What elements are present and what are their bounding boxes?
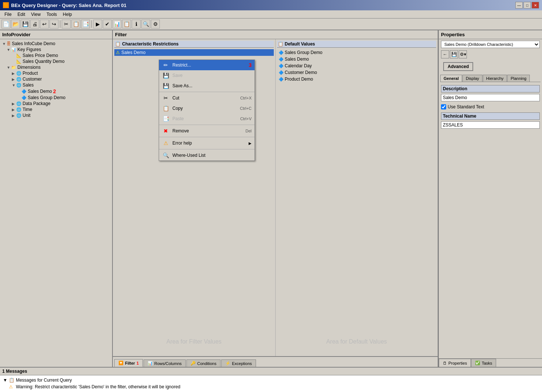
prop-save-btn[interactable]: 💾: [450, 50, 458, 58]
use-standard-text-checkbox[interactable]: [441, 104, 446, 109]
tree-time[interactable]: ▶ 🌐 Time: [1, 107, 111, 112]
toolbar-paste[interactable]: 📑: [81, 20, 90, 28]
tab-conditions[interactable]: 🔑 Conditions: [186, 359, 220, 367]
toolbar-copy[interactable]: 📋: [71, 20, 80, 28]
menu-file[interactable]: File: [1, 11, 14, 18]
selected-item-label: Sales Demo: [121, 50, 145, 55]
tree-dimensions[interactable]: ▼ 📁 Dimensions: [1, 64, 111, 70]
tree-dim-label: Dimensions: [17, 65, 41, 70]
char-restrictions-title: Characteristic Restrictions: [122, 41, 179, 47]
tree-expand-dim[interactable]: ▼: [7, 65, 10, 70]
toolbar-table[interactable]: 📋: [122, 20, 131, 28]
toolbar-sep1: [60, 20, 60, 28]
ctx-save-as[interactable]: 💾 Save As...: [159, 81, 255, 91]
toolbar-redo[interactable]: ↪: [50, 20, 58, 28]
tree-expand-sq: [12, 60, 16, 64]
msg-root-label: Messages for Current Query: [16, 378, 72, 383]
default-sales-group[interactable]: 🔷 Sales Group Demo: [277, 49, 437, 56]
tree-sales-qty[interactable]: 📐 Sales Quantity Demo: [1, 58, 111, 64]
tree-sales-price[interactable]: 📐 Sales Price Demo: [1, 53, 111, 58]
tree-expand-root[interactable]: ▼: [2, 42, 6, 46]
prop-bottom-tab-tasks[interactable]: ✅ Tasks: [471, 359, 496, 367]
properties-body: Description Use Standard Text Technical …: [439, 83, 542, 358]
default-values-title: Default Values: [285, 41, 315, 47]
maximize-button[interactable]: □: [524, 2, 531, 9]
prop-tab-display[interactable]: Display: [462, 75, 482, 82]
prop-settings-btn[interactable]: ⚙▾: [459, 50, 467, 58]
tree-expand-dp[interactable]: ▶: [12, 102, 16, 106]
char-restrictions-items: ⚠ Sales Demo ✏ Restrict... 3: [114, 49, 274, 56]
default-product-demo[interactable]: 🔷 Product Demo: [277, 76, 437, 82]
tree-sales[interactable]: ▼ 🌐 Sales: [1, 82, 111, 88]
default-sales-demo[interactable]: 🔷 Sales Demo: [277, 56, 437, 62]
tree-expand-sales[interactable]: ▼: [12, 83, 16, 87]
app-icon: 🟧: [3, 2, 9, 8]
tab-exceptions[interactable]: ⚡ Exceptions: [221, 359, 256, 367]
tab-filter[interactable]: 🔽 Filter 1: [114, 359, 143, 367]
exc-tab-icon: ⚡: [225, 361, 230, 366]
menu-edit[interactable]: Edit: [14, 11, 28, 18]
properties-dropdown[interactable]: Sales Demo (Drilldown Characteristic): [441, 41, 540, 48]
toolbar-info[interactable]: ℹ: [132, 20, 141, 28]
tree-sales-demo[interactable]: 🔷 Sales Demo 2: [1, 88, 111, 95]
toolbar-cut[interactable]: ✂: [62, 20, 71, 28]
toolbar-open[interactable]: 📂: [11, 20, 20, 28]
ctx-copy[interactable]: 📋 Copy Ctrl+C: [159, 103, 255, 114]
minimize-button[interactable]: —: [515, 2, 523, 9]
description-label: Description: [441, 85, 540, 92]
menu-help[interactable]: Help: [60, 11, 75, 18]
toolbar-chart[interactable]: 📊: [112, 20, 121, 28]
default-calendar-day[interactable]: 🔷 Calendar Day: [277, 62, 437, 69]
toolbar-check[interactable]: ✔: [103, 20, 112, 28]
tree-key-figures[interactable]: ▼ 📊 Key Figures: [1, 47, 111, 53]
ctx-where-used[interactable]: 🔍 Where-Used List: [159, 150, 255, 160]
tree-root[interactable]: ▼ 🗄 Sales InfoCube Demo: [1, 41, 111, 47]
ctx-cut[interactable]: ✂ Cut Ctrl+X: [159, 93, 255, 103]
toolbar-save[interactable]: 💾: [21, 20, 30, 28]
menu-view[interactable]: View: [28, 11, 44, 18]
tree-unit[interactable]: ▶ 🌐 Unit: [1, 112, 111, 118]
tree-sales-group[interactable]: 🔷 Sales Group Demo: [1, 95, 111, 101]
ctx-error-help[interactable]: ⚠ Error help ▶: [159, 138, 255, 148]
messages-header: 1 Messages: [0, 368, 542, 375]
msg-root: ▼ 📋 Messages for Current Query: [1, 377, 541, 383]
selected-filter-item[interactable]: ⚠ Sales Demo: [114, 49, 274, 56]
tree-expand-kf[interactable]: ▼: [7, 48, 10, 52]
toolbar-undo[interactable]: ↩: [40, 20, 49, 28]
default-customer-demo[interactable]: 🔷 Customer Demo: [277, 69, 437, 76]
exc-tab-label: Exceptions: [232, 361, 252, 366]
msg-warning: ⚠ Warning: Restrict characteristic 'Sale…: [1, 383, 541, 390]
toolbar-settings[interactable]: ⚙: [151, 20, 160, 28]
rows-tab-label: Rows/Columns: [154, 361, 182, 366]
tree-expand-time[interactable]: ▶: [12, 108, 16, 112]
tree-expand-unit[interactable]: ▶: [12, 114, 16, 118]
technical-name-input[interactable]: [441, 121, 540, 129]
dim-icon-prod: 🌐: [16, 71, 21, 76]
tree-data-package[interactable]: ▶ 🌐 Data Package: [1, 101, 111, 107]
ctx-remove[interactable]: ✖ Remove Del: [159, 126, 255, 136]
prop-tab-general[interactable]: General: [440, 75, 462, 82]
save-as-icon: 💾: [162, 82, 169, 89]
tree-sales-qty-label: Sales Quantity Demo: [23, 59, 64, 64]
prop-back-btn[interactable]: ←: [441, 50, 449, 58]
tree-expand-prod[interactable]: ▶: [12, 71, 16, 75]
tab-rows-columns[interactable]: 📊 Rows/Columns: [144, 359, 186, 367]
tree-customer[interactable]: ▶ 🌐 Customer: [1, 76, 111, 82]
toolbar-print[interactable]: 🖨: [30, 20, 39, 28]
menu-tools[interactable]: Tools: [44, 11, 60, 18]
close-button[interactable]: ✕: [532, 2, 539, 9]
char-icon-dsg: 🔷: [279, 50, 284, 55]
prop-tab-hierarchy[interactable]: Hierarchy: [483, 75, 507, 82]
prop-bottom-tab-properties[interactable]: 🗒 Properties: [439, 359, 471, 367]
toolbar-run[interactable]: ▶: [93, 20, 102, 28]
description-input[interactable]: [441, 94, 540, 101]
msg-warning-text: Warning: Restrict characteristic 'Sales …: [16, 384, 180, 389]
msg-expand[interactable]: ▼: [3, 378, 7, 383]
advanced-button[interactable]: Advanced: [443, 62, 473, 71]
toolbar-new[interactable]: 📄: [1, 20, 10, 28]
ctx-restrict[interactable]: ✏ Restrict... 3: [159, 60, 255, 70]
tree-product[interactable]: ▶ 🌐 Product: [1, 70, 111, 76]
tree-expand-cust[interactable]: ▶: [12, 77, 16, 81]
toolbar-search[interactable]: 🔍: [141, 20, 150, 28]
prop-tab-planning[interactable]: Planning: [507, 75, 530, 82]
